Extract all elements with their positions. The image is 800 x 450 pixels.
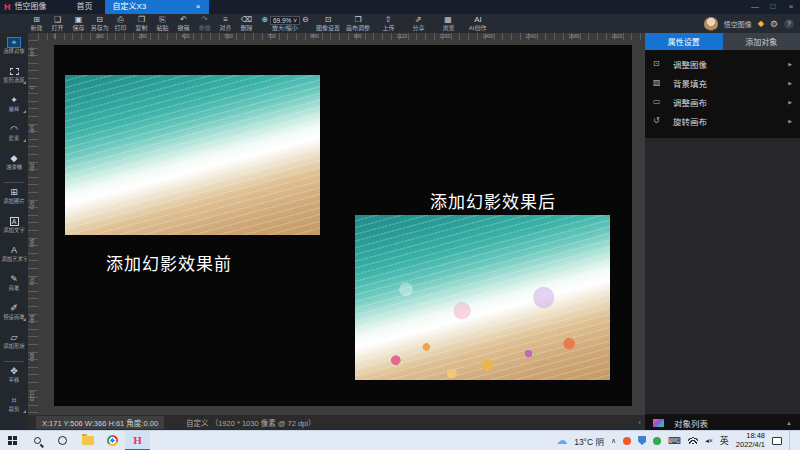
beach-photo-before[interactable]: [65, 75, 320, 235]
volume-muted-icon[interactable]: ◂×: [705, 437, 713, 445]
ai-create-button[interactable]: AIAI创作: [463, 16, 493, 32]
add-art-text-icon: A: [7, 245, 21, 256]
touch-keyboard-icon[interactable]: ⌨: [668, 436, 681, 446]
ruler-h-label: 1260: [440, 33, 451, 38]
cortana-button[interactable]: [50, 431, 75, 450]
zoom-in-icon[interactable]: ⊕: [261, 16, 268, 24]
chrome-button[interactable]: [100, 431, 125, 450]
clock[interactable]: 18:482022/4/1: [736, 432, 765, 449]
start-button[interactable]: [0, 431, 25, 450]
copy-button[interactable]: ❐复制: [131, 16, 152, 32]
show-desktop-button[interactable]: [789, 431, 792, 450]
window-maximize-button[interactable]: □: [764, 0, 782, 14]
weather-text[interactable]: 13°C 阴: [574, 435, 604, 447]
notification-center-icon[interactable]: [772, 437, 782, 445]
account-area: 悟空图像 ◆ ⚙ ?: [704, 14, 794, 33]
panel-item-adjust-canvas[interactable]: ▭调整画布▶: [645, 92, 800, 111]
ime-indicator[interactable]: 英: [720, 434, 729, 447]
sidebar-item-add-text[interactable]: A添加文字: [0, 214, 28, 243]
tab-document[interactable]: 自定义X3 ×: [105, 0, 209, 14]
sidebar-item-magic-wand[interactable]: ✦魔棒: [0, 93, 28, 122]
canvas-workspace[interactable]: 添加幻影效果前 添加幻影效果后: [38, 40, 645, 415]
ruler-h-label: 1820: [612, 33, 623, 38]
share-button[interactable]: ⇗分享: [403, 16, 433, 32]
windows-logo-icon: [8, 436, 17, 445]
account-name: 悟空图像: [724, 19, 752, 29]
vip-gem-icon[interactable]: ◆: [758, 19, 764, 28]
collapse-up-icon[interactable]: ▲: [786, 420, 792, 426]
search-icon: [34, 437, 41, 444]
sidebar-item-pan[interactable]: ✥平移: [0, 364, 28, 393]
sidebar-item-add-shape[interactable]: ▱添加形状: [0, 330, 28, 359]
tab-home[interactable]: 首页: [65, 0, 105, 14]
sidebar-item-rect-select[interactable]: 矩形选区: [0, 64, 28, 93]
ruler-v-label: -140: [29, 47, 34, 57]
sidebar-item-paint-bucket[interactable]: ◆油漆桶: [0, 151, 28, 180]
paint-bucket-icon: ◆: [7, 153, 21, 164]
save-as-button[interactable]: ⊟另存为: [89, 16, 110, 32]
paste-button[interactable]: ⎘粘贴: [152, 16, 173, 32]
sidebar-item-select-object[interactable]: ⌖选择对象: [0, 35, 28, 64]
zoom-out-icon[interactable]: ⊖: [302, 16, 309, 24]
help-icon[interactable]: ?: [784, 19, 794, 29]
brush-icon: ✎: [7, 274, 21, 285]
sidebar-item-preset-brush[interactable]: ✐预设画笔: [0, 301, 28, 330]
settings-gear-icon[interactable]: ⚙: [770, 19, 778, 29]
network-icon[interactable]: [688, 437, 698, 444]
file-explorer-button[interactable]: [75, 431, 100, 450]
ruler-h-label: 1120: [397, 33, 408, 38]
rect-select-icon: [7, 66, 21, 77]
adjust-canvas-icon: ▭: [653, 97, 663, 106]
add-shape-icon: ▱: [7, 332, 21, 343]
save-button[interactable]: ▣保存: [68, 16, 89, 32]
chevron-right-icon: ▶: [788, 118, 792, 124]
window-minimize-button[interactable]: —: [746, 0, 764, 14]
tab-property-settings[interactable]: 属性设置: [645, 33, 723, 50]
tray-shield-icon[interactable]: [638, 436, 646, 445]
canvas-adjust-button[interactable]: ❒画布调整: [343, 16, 373, 32]
undo-button[interactable]: ↶撤销: [173, 16, 194, 32]
tray-expand-icon[interactable]: ∧: [611, 437, 616, 445]
align-button[interactable]: ≡对齐: [215, 16, 236, 32]
chevron-right-icon: ▶: [788, 99, 792, 105]
ruler-v-label: 560: [29, 238, 34, 246]
browse-button[interactable]: ▦浏览: [433, 16, 463, 32]
taskbar-search-button[interactable]: [25, 431, 50, 450]
sidebar-item-add-art-text[interactable]: A添加艺术字: [0, 243, 28, 272]
ruler-v-label: 700: [29, 276, 34, 284]
pan-hand-icon: ✥: [7, 366, 21, 377]
tab-add-object[interactable]: 添加对象: [723, 33, 800, 50]
ruler-h-label: 980: [353, 33, 361, 38]
panel-collapse-icon[interactable]: ‹: [638, 418, 641, 427]
preset-brush-icon: ✐: [7, 303, 21, 314]
ruler-h-label: 1540: [526, 33, 537, 38]
tray-green-icon[interactable]: [653, 437, 661, 445]
panel-item-background-fill[interactable]: ▨背景填充▶: [645, 73, 800, 92]
sidebar-item-crop[interactable]: ⌗裁剪: [0, 393, 28, 422]
select-object-icon: ⌖: [7, 37, 21, 48]
upload-button[interactable]: ⇧上传: [373, 16, 403, 32]
print-button[interactable]: ⎙打印: [110, 16, 131, 32]
panel-item-adjust-image[interactable]: ⊡调整图像▶: [645, 54, 800, 73]
caption-before[interactable]: 添加幻影效果前: [106, 250, 232, 275]
sidebar-item-add-image[interactable]: ⊞添加图片: [0, 185, 28, 214]
window-close-button[interactable]: ×: [782, 0, 800, 14]
redo-button[interactable]: ↷重做: [194, 16, 215, 32]
new-button[interactable]: ⊞新建: [26, 16, 47, 32]
tray-app-icon[interactable]: [623, 437, 631, 445]
ruler-v-label: 420: [29, 200, 34, 208]
delete-button[interactable]: ⌫删除: [236, 16, 257, 32]
avatar[interactable]: [704, 17, 718, 31]
beach-photo-after[interactable]: [355, 215, 610, 380]
photosir-taskbar-button[interactable]: H: [125, 431, 150, 450]
caption-after[interactable]: 添加幻影效果后: [430, 188, 556, 213]
sidebar-item-brush[interactable]: ✎画笔: [0, 272, 28, 301]
weather-cloud-icon[interactable]: ☁: [556, 434, 567, 447]
sidebar-item-lasso[interactable]: ◠套索: [0, 122, 28, 151]
panel-item-rotate-canvas[interactable]: ↺旋转画布▶: [645, 111, 800, 130]
tab-close-icon[interactable]: ×: [196, 0, 201, 14]
open-button[interactable]: ❏打开: [47, 16, 68, 32]
main-toolbar: ⊞新建 ❏打开 ▣保存 ⊟另存为 ⎙打印 ❐复制 ⎘粘贴 ↶撤销 ↷重做 ≡对齐…: [0, 14, 800, 33]
image-settings-button[interactable]: ⊡图像设置: [313, 16, 343, 32]
tab-document-label: 自定义X3: [113, 0, 147, 14]
